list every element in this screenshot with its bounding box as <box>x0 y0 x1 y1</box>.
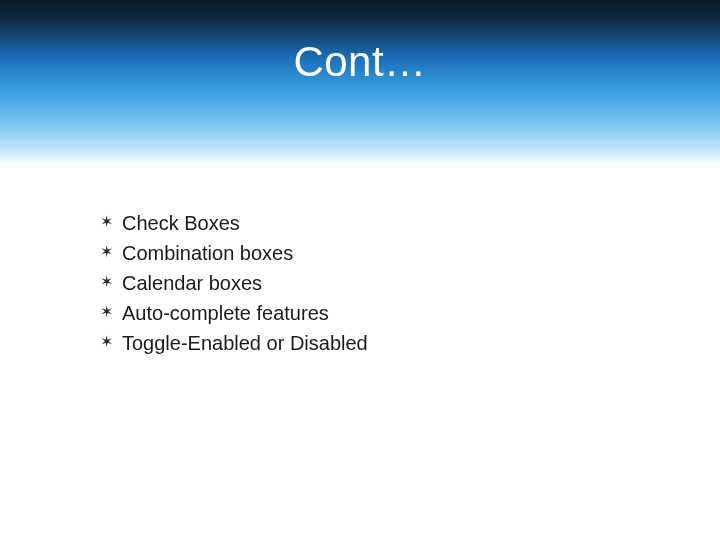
list-item-text: Toggle-Enabled or Disabled <box>122 330 368 356</box>
asterisk-icon: ✶ <box>100 242 122 263</box>
list-item: ✶ Calendar boxes <box>100 270 660 296</box>
list-item: ✶ Toggle-Enabled or Disabled <box>100 330 660 356</box>
asterisk-icon: ✶ <box>100 332 122 353</box>
list-item-text: Auto-complete features <box>122 300 329 326</box>
list-item: ✶ Combination boxes <box>100 240 660 266</box>
list-item-text: Calendar boxes <box>122 270 262 296</box>
list-item-text: Check Boxes <box>122 210 240 236</box>
asterisk-icon: ✶ <box>100 302 122 323</box>
asterisk-icon: ✶ <box>100 212 122 233</box>
slide-title: Cont… <box>0 38 720 86</box>
slide: Cont… ✶ Check Boxes ✶ Combination boxes … <box>0 0 720 540</box>
asterisk-icon: ✶ <box>100 272 122 293</box>
bullet-list: ✶ Check Boxes ✶ Combination boxes ✶ Cale… <box>100 210 660 360</box>
list-item-text: Combination boxes <box>122 240 293 266</box>
list-item: ✶ Auto-complete features <box>100 300 660 326</box>
list-item: ✶ Check Boxes <box>100 210 660 236</box>
